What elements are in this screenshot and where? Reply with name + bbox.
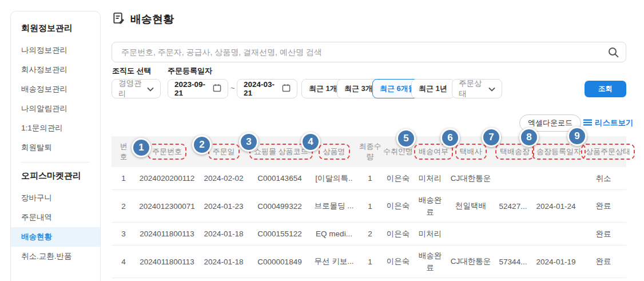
cell-product-code: C000155122 <box>249 223 311 246</box>
sidebar: 회원정보관리 나의정보관리 회사정보관리 배송정보관리 나의알림관리 1:1문의… <box>10 11 101 281</box>
cell-product-code: C000499322 <box>249 190 311 223</box>
table-row[interactable]: 4 2024011800113 2024-01-18 C000001849 무선… <box>112 246 626 278</box>
cell-order-number: 2024012300071 <box>136 190 198 223</box>
date-from-field[interactable]: 2023-09-21 <box>168 79 228 98</box>
sidebar-item-cancel-exchange-return[interactable]: 취소.교환.반품 <box>11 247 100 266</box>
cell-invoice-date <box>531 167 581 190</box>
sidebar-item-inquiry[interactable]: 1:1문의관리 <box>11 118 100 138</box>
sidebar-item-my-info[interactable]: 나의정보관리 <box>11 41 100 60</box>
cell-no <box>112 278 136 281</box>
search-icon[interactable] <box>608 47 619 60</box>
cell-no: 3 <box>112 223 136 246</box>
cell-recipient: 이은숙 <box>383 167 414 190</box>
search-submit-button[interactable]: 조회 <box>585 81 626 97</box>
sidebar-item-company-info[interactable]: 회사정보관리 <box>11 60 100 80</box>
date-to-value: 2024-03-21 <box>244 80 282 97</box>
cell-delivery-status: 미처리 <box>414 167 447 190</box>
org-select-label: 조직도 선택 <box>112 66 152 76</box>
cell-order-number: 2024011800113 <box>136 223 198 246</box>
date-range-separator: ~ <box>230 84 235 92</box>
annotation-badge-8: 8 <box>519 128 539 147</box>
page-title: 배송현황 <box>130 12 174 27</box>
cell-product-name: [이달의특.. <box>311 167 357 190</box>
page-title-row: 배송현황 <box>112 11 174 27</box>
date-to-field[interactable]: 2024-03-21 <box>237 79 297 98</box>
cell-recipient: 이은숙 <box>383 190 414 223</box>
cell-delivery-status: 배송완료 <box>414 278 447 281</box>
date-from-value: 2023-09-21 <box>174 80 213 97</box>
annotation-badge-9: 9 <box>567 126 587 146</box>
cell-order-status: 완료 <box>581 223 626 246</box>
cell-order-status <box>581 278 626 281</box>
cell-qty <box>357 278 383 281</box>
annotation-badge-1: 1 <box>132 138 151 157</box>
cell-delivery-status: 배송완료 <box>414 246 447 278</box>
cell-tracking <box>495 278 531 281</box>
cell-product-code <box>249 278 311 281</box>
quick-range-1year[interactable]: 최근 1년 <box>411 79 455 98</box>
cell-product-name: 무선 키보... <box>311 246 357 278</box>
org-select-value: 경영관리 <box>118 78 147 99</box>
table-row[interactable]: 1 2024020200112 2024-02-02 C000143654 [이… <box>112 167 626 190</box>
cell-recipient <box>383 278 414 281</box>
sidebar-item-withdraw[interactable]: 회원탈퇴 <box>11 138 100 157</box>
cell-no: 1 <box>112 167 136 190</box>
sidebar-section-member-info: 회원정보관리 <box>11 23 100 34</box>
cell-courier: 천일택배 <box>447 190 495 223</box>
sidebar-divider <box>21 162 90 163</box>
table-row[interactable]: 2 2024012300071 2024-01-23 C000499322 브로… <box>112 190 626 223</box>
annotation-badge-2: 2 <box>192 135 212 155</box>
annotation-badge-3: 3 <box>239 132 259 152</box>
cell-qty: 2 <box>357 223 383 246</box>
list-view-icon <box>583 118 592 128</box>
sidebar-item-cart[interactable]: 장바구니 <box>11 188 100 208</box>
org-select[interactable]: 경영관리 <box>112 79 161 98</box>
cell-invoice-date <box>531 278 581 281</box>
delivery-status-page: 회원정보관리 나의정보관리 회사정보관리 배송정보관리 나의알림관리 1:1문의… <box>0 0 644 281</box>
cell-recipient: 이은숙 <box>383 223 414 246</box>
calendar-icon <box>282 84 291 94</box>
cell-order-date <box>198 278 249 281</box>
cell-order-status: 완료 <box>581 246 626 278</box>
cell-qty: 1 <box>357 246 383 278</box>
sidebar-item-order-history[interactable]: 주문내역 <box>11 208 100 227</box>
cell-order-date: 2024-02-02 <box>198 167 249 190</box>
annotation-badge-5: 5 <box>396 129 416 148</box>
sidebar-item-my-alerts[interactable]: 나의알림관리 <box>11 99 100 118</box>
orders-table: 번호 주문번호 주문일 쇼핑몰 상품코드 상품명 최종수량 수취인명 배송여부 … <box>112 136 626 281</box>
cell-invoice-date <box>531 223 581 246</box>
cell-product-code: C000143654 <box>249 167 311 190</box>
cell-order-date: 2024-01-18 <box>198 246 249 278</box>
cell-courier <box>447 278 495 281</box>
chevron-down-icon <box>147 85 154 93</box>
cell-order-number: 2024020200112 <box>136 167 198 190</box>
cell-product-name: 브로몰딩 ... <box>311 190 357 223</box>
sidebar-item-delivery-status[interactable]: 배송현황 <box>11 227 100 247</box>
cell-no: 4 <box>112 246 136 278</box>
col-header-order-item-status: 상품주문상태 <box>581 136 626 167</box>
sidebar-section-office-market: 오피스마켓관리 <box>11 171 100 181</box>
cell-delivery-status: 배송완료 <box>414 190 447 223</box>
cell-tracking <box>495 167 531 190</box>
cell-product-name: EQ medi... <box>311 223 357 246</box>
list-view-label: 리스트보기 <box>595 118 634 128</box>
search-input[interactable] <box>112 42 626 62</box>
cell-order-status: 취소 <box>581 167 626 190</box>
cell-order-number <box>136 278 198 281</box>
cell-product-name <box>311 278 357 281</box>
annotation-badge-7: 7 <box>482 128 501 147</box>
cell-recipient: 이은숙 <box>383 246 414 278</box>
cell-invoice-date: 2024-01-24 <box>531 190 581 223</box>
order-status-select[interactable]: 주문상태 <box>452 79 502 98</box>
table-row-partial[interactable]: 배송완료 <box>112 278 626 281</box>
cell-qty: 1 <box>357 190 383 223</box>
cell-courier: CJ대한통운 <box>447 246 495 278</box>
table-header-row: 번호 주문번호 주문일 쇼핑몰 상품코드 상품명 최종수량 수취인명 배송여부 … <box>112 136 626 167</box>
list-view-toggle[interactable]: 리스트보기 <box>583 118 634 128</box>
cell-tracking: 52427... <box>495 190 531 223</box>
cell-order-number: 2024011800113 <box>136 246 198 278</box>
cell-courier: CJ대한통운 <box>447 167 495 190</box>
cell-order-status: 완료 <box>581 190 626 223</box>
table-row[interactable]: 3 2024011800113 2024-01-18 C000155122 EQ… <box>112 223 626 246</box>
sidebar-item-delivery-info[interactable]: 배송정보관리 <box>11 80 100 99</box>
